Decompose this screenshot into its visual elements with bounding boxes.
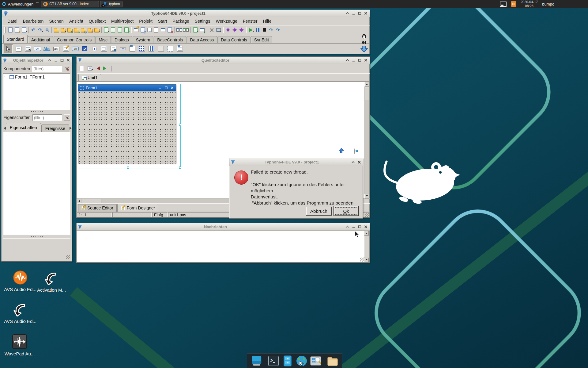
dock-terminal[interactable]	[268, 355, 279, 367]
messages-scrollbar[interactable]	[364, 231, 369, 262]
step-over-button[interactable]: ↷	[268, 26, 274, 34]
palette-tab-data-access[interactable]: Data Access	[187, 36, 217, 43]
find-in-files-button[interactable]	[80, 26, 87, 34]
dock-file-manager[interactable]	[282, 355, 293, 367]
dock-web-browser[interactable]	[296, 355, 307, 367]
scroll-left-button[interactable]	[77, 199, 81, 203]
menu-quelltext[interactable]: Quelltext	[86, 19, 108, 24]
scroll-up-button[interactable]	[364, 82, 369, 86]
property-grid-divider[interactable]	[15, 132, 15, 235]
maximize-button[interactable]	[357, 11, 362, 16]
palette-tcheckbox[interactable]	[81, 45, 89, 53]
lens-icon[interactable]	[354, 148, 355, 154]
maximize-button[interactable]	[59, 58, 65, 63]
ok-button[interactable]: Ok	[334, 206, 359, 216]
palette-tactionlist[interactable]	[176, 45, 183, 53]
dock-file-folder[interactable]	[327, 355, 338, 367]
palette-tab-data-controls[interactable]: Data Controls	[217, 36, 251, 43]
menu-werkzeuge[interactable]: Werkzeuge	[213, 19, 240, 24]
palette-tcheckgroup[interactable]	[148, 45, 155, 53]
view-form-button[interactable]	[133, 26, 139, 34]
new-other-button[interactable]	[21, 26, 27, 34]
collapse-ide-arrow-icon[interactable]	[360, 46, 368, 52]
resize-grip[interactable]	[360, 258, 364, 262]
maximize-button[interactable]	[357, 58, 362, 63]
palette-tab-basecontrols[interactable]: BaseControls	[154, 36, 186, 43]
scrollbar-thumb[interactable]	[82, 199, 101, 203]
component-tree[interactable]: Form1: TForm1	[3, 73, 70, 110]
scroll-down-button[interactable]	[364, 258, 369, 262]
property-grid[interactable]	[3, 132, 70, 235]
new-form-button[interactable]	[14, 26, 21, 34]
components-filter-clear-button[interactable]	[64, 66, 70, 72]
taskbar-button-typhon[interactable]: 4 typhon	[100, 1, 123, 7]
rollup-button[interactable]	[345, 58, 350, 63]
minimize-button[interactable]	[53, 58, 58, 63]
scrollbar-thumb[interactable]	[364, 236, 369, 257]
scrollbar-thumb[interactable]	[365, 87, 369, 100]
close-button[interactable]	[66, 58, 71, 63]
form-designer-window[interactable]: Form1	[78, 84, 176, 163]
remove-file-button[interactable]	[166, 26, 173, 34]
splitter-handle[interactable]	[31, 236, 43, 237]
scroll-down-button[interactable]	[364, 194, 369, 198]
tab-source-editor[interactable]: Source Editor	[78, 204, 117, 212]
tab-ereignisse[interactable]: Ereignisse	[41, 125, 69, 132]
menu-package[interactable]: Package	[170, 19, 192, 24]
new-window-button[interactable]	[160, 26, 166, 34]
target-screen-button[interactable]	[215, 26, 222, 34]
scroll-up-button[interactable]	[364, 231, 369, 236]
palette-tframe[interactable]	[167, 45, 174, 53]
rollup-button[interactable]	[345, 224, 350, 229]
toolbar-grip[interactable]	[4, 27, 6, 33]
stop-button[interactable]	[261, 26, 268, 34]
resize-handle-right[interactable]	[179, 124, 181, 126]
menu-bearbeiten[interactable]: Bearbeiten	[20, 19, 47, 24]
palette-ttogglebox[interactable]: on	[72, 45, 79, 53]
open-recent-button[interactable]	[60, 26, 66, 34]
minimize-button[interactable]	[351, 224, 356, 229]
menu-ansicht[interactable]: Ansicht	[66, 19, 86, 24]
resize-grip[interactable]	[66, 255, 70, 259]
quick-compile-button[interactable]	[238, 26, 245, 34]
open-project-button[interactable]	[93, 26, 100, 34]
form-close-button[interactable]	[170, 86, 174, 89]
palette-tab-misc[interactable]: Misc	[95, 36, 111, 43]
revert-button[interactable]	[66, 26, 73, 34]
palette-tlabel[interactable]: Abc	[43, 45, 51, 53]
selection-tool-button[interactable]	[4, 44, 13, 53]
open-file-button[interactable]	[53, 26, 60, 34]
minimize-button[interactable]	[351, 58, 356, 63]
messages-list[interactable]	[77, 231, 369, 262]
object-inspector-titlebar[interactable]: Objektinspektor	[2, 57, 72, 64]
error-dialog-titlebar[interactable]: Typhon64-IDE v9.0 - project1	[229, 158, 363, 166]
menu-suchen[interactable]: Suchen	[46, 19, 66, 24]
clock[interactable]: 2026-04-17 08:28	[521, 0, 538, 8]
run-button[interactable]	[247, 26, 254, 34]
navigate-forward-button[interactable]	[102, 65, 109, 72]
resize-grip[interactable]	[365, 213, 369, 217]
palette-tpanel[interactable]	[157, 45, 164, 53]
abbruch-button[interactable]: Abbruch	[306, 207, 332, 216]
palette-tab-additional[interactable]: Additional	[28, 36, 54, 43]
dock-application-finder[interactable]	[310, 355, 322, 367]
tree-item-form1[interactable]: Form1: TForm1	[5, 75, 69, 79]
palette-tlistbox[interactable]	[100, 45, 107, 53]
applications-menu[interactable]: Anwendungen	[0, 0, 35, 8]
palette-tab-system[interactable]: System	[133, 36, 154, 43]
taskbar-button-firefox[interactable]: CT LAB ver 9.00 - Index —...	[41, 1, 99, 7]
toggle-forms-button[interactable]	[183, 26, 189, 34]
components-filter-input[interactable]	[32, 66, 62, 72]
form-maximize-button[interactable]	[164, 86, 168, 89]
unit-info-button[interactable]	[78, 65, 85, 72]
run-parameters-button[interactable]	[199, 26, 205, 34]
desktop-icon-wavepad[interactable]: WavePad Au...	[2, 334, 37, 356]
save-as-button[interactable]	[116, 26, 123, 34]
palette-tcombobox[interactable]	[110, 45, 117, 53]
cut-tool-button[interactable]	[208, 26, 215, 34]
palette-tbutton[interactable]: Ok	[34, 45, 41, 53]
jump-up-icon[interactable]	[339, 148, 344, 155]
todo-list-button[interactable]	[153, 26, 160, 34]
save-all-button[interactable]	[110, 26, 116, 34]
save-button[interactable]	[103, 26, 110, 34]
